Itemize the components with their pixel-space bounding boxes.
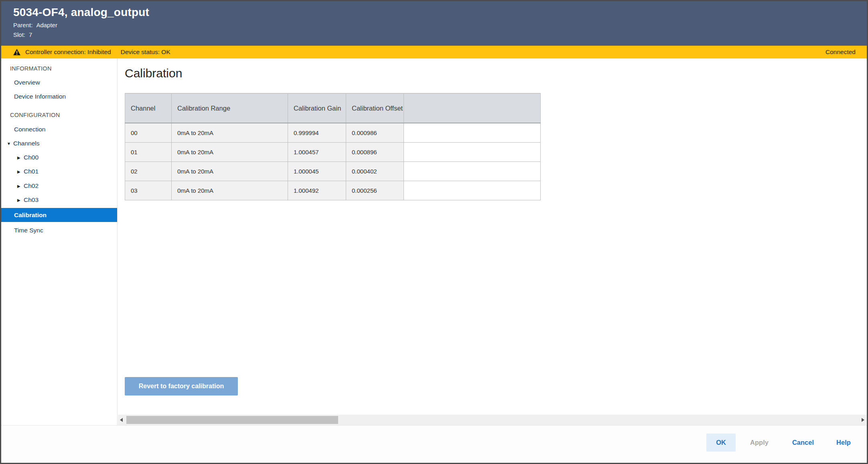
- sidebar-nav: INFORMATION Overview Device Information …: [1, 59, 118, 427]
- table-cell: 0.999994: [288, 123, 346, 142]
- table-cell: 0.000402: [346, 161, 404, 181]
- table-cell: 1.000045: [288, 161, 346, 181]
- sidebar-item-ch02[interactable]: ▶Ch02: [17, 182, 39, 190]
- col-header-channel: Channel: [125, 93, 172, 123]
- col-header-calibration-offset: Calibration Offset: [346, 93, 404, 123]
- col-header-calibration-gain: Calibration Gain: [288, 93, 346, 123]
- table-cell: 0mA to 20mA: [172, 142, 288, 161]
- table-row: 000mA to 20mA0.9999940.000986: [125, 123, 541, 142]
- warning-triangle-icon: [13, 49, 20, 55]
- parent-row: Parent:Adapter: [13, 22, 867, 28]
- device-title: 5034-OF4, analog_output: [13, 6, 867, 19]
- slot-label: Slot:: [13, 31, 25, 38]
- slot-row: Slot:7: [13, 31, 867, 38]
- table-cell: 0.000896: [346, 142, 404, 161]
- table-cell: 1.000492: [288, 181, 346, 200]
- table-row: 020mA to 20mA1.0000450.000402: [125, 161, 541, 181]
- sidebar-item-overview[interactable]: Overview: [14, 79, 40, 86]
- table-header: Channel Calibration Range Calibration Ga…: [125, 93, 541, 123]
- table-cell: [404, 142, 541, 161]
- table-cell: 0mA to 20mA: [172, 161, 288, 181]
- parent-value: Adapter: [36, 22, 57, 28]
- page-title: Calibration: [125, 67, 182, 80]
- col-header-empty: [404, 93, 541, 123]
- controller-connection-status: Controller connection: Inhibited: [25, 48, 111, 56]
- sidebar-item-label: Ch03: [24, 196, 39, 203]
- sidebar-item-ch03[interactable]: ▶Ch03: [17, 196, 39, 204]
- table-cell: 01: [125, 142, 172, 161]
- scroll-right-arrow-icon[interactable]: [862, 418, 864, 422]
- connection-status-badge: Connected: [825, 48, 856, 56]
- scrollbar-thumb[interactable]: [126, 416, 338, 424]
- revert-factory-calibration-button[interactable]: Revert to factory calibration: [125, 377, 238, 395]
- table-cell: 1.000457: [288, 142, 346, 161]
- status-bar: Controller connection: Inhibited Device …: [1, 46, 867, 59]
- table-cell: [404, 123, 541, 142]
- table-cell: 0mA to 20mA: [172, 123, 288, 142]
- slot-value: 7: [29, 31, 32, 38]
- calibration-table: Channel Calibration Range Calibration Ga…: [125, 93, 541, 200]
- sidebar-item-label: Ch00: [24, 154, 39, 161]
- help-button[interactable]: Help: [831, 434, 856, 452]
- sidebar-section-configuration: CONFIGURATION: [10, 112, 60, 118]
- cancel-button[interactable]: Cancel: [787, 434, 819, 452]
- sidebar-item-label: Ch02: [24, 182, 39, 189]
- sidebar-item-channels[interactable]: ▼Channels: [7, 140, 40, 147]
- ok-button[interactable]: OK: [706, 434, 736, 452]
- sidebar-item-ch00[interactable]: ▶Ch00: [17, 154, 39, 161]
- sidebar-item-label: Channels: [13, 140, 40, 147]
- chevron-collapsed-icon[interactable]: ▶: [17, 155, 24, 160]
- chevron-expanded-icon[interactable]: ▼: [7, 141, 13, 146]
- chevron-collapsed-icon[interactable]: ▶: [17, 198, 24, 202]
- sidebar-item-calibration-selected[interactable]: Calibration: [1, 208, 117, 222]
- scroll-left-arrow-icon[interactable]: [120, 418, 123, 422]
- sidebar-item-label: Ch01: [24, 168, 39, 175]
- apply-button[interactable]: Apply: [744, 434, 775, 452]
- device-status: Device status: OK: [121, 48, 170, 56]
- table-cell: 00: [125, 123, 172, 142]
- table-cell: 0.000256: [346, 181, 404, 200]
- table-row: 030mA to 20mA1.0004920.000256: [125, 181, 541, 200]
- table-cell: 0mA to 20mA: [172, 181, 288, 200]
- table-cell: 02: [125, 161, 172, 181]
- sidebar-item-device-information[interactable]: Device Information: [14, 93, 66, 100]
- sidebar-item-time-sync[interactable]: Time Sync: [14, 227, 43, 234]
- table-row: 010mA to 20mA1.0004570.000896: [125, 142, 541, 161]
- sidebar-item-connection[interactable]: Connection: [14, 126, 45, 133]
- table-cell: [404, 181, 541, 200]
- col-header-calibration-range: Calibration Range: [172, 93, 288, 123]
- table-cell: 0.000986: [346, 123, 404, 142]
- table-cell: 03: [125, 181, 172, 200]
- device-profile-window: 5034-OF4, analog_output Parent:Adapter S…: [0, 0, 868, 464]
- sidebar-section-information: INFORMATION: [10, 65, 52, 72]
- footer-action-bar: OK Apply Cancel Help: [1, 425, 867, 463]
- parent-label: Parent:: [13, 22, 32, 28]
- sidebar-item-ch01[interactable]: ▶Ch01: [17, 168, 39, 175]
- table-cell: [404, 161, 541, 181]
- chevron-collapsed-icon[interactable]: ▶: [17, 184, 24, 188]
- horizontal-scrollbar[interactable]: [118, 415, 866, 425]
- chevron-collapsed-icon[interactable]: ▶: [17, 169, 24, 174]
- calibration-table-body: 000mA to 20mA0.9999940.000986010mA to 20…: [125, 123, 541, 200]
- window-header: 5034-OF4, analog_output Parent:Adapter S…: [1, 1, 867, 46]
